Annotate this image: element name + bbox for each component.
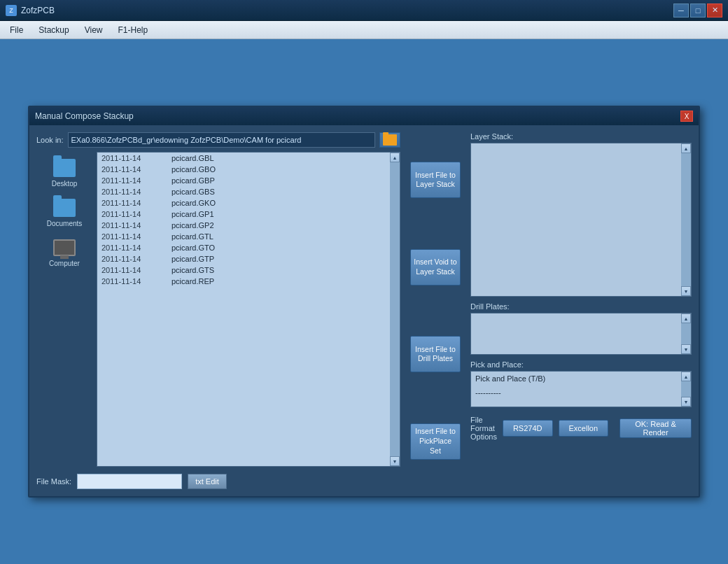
look-in-label: Look in: xyxy=(36,136,64,144)
table-row[interactable]: 2011-11-14pcicard.GKO xyxy=(97,197,390,209)
layer-stack-scroll-down[interactable]: ▼ xyxy=(681,286,691,296)
scrollbar-down-button[interactable]: ▼ xyxy=(390,456,400,466)
table-row[interactable]: 2011-11-14pcicard.GP1 xyxy=(97,209,390,220)
left-panel: Look in: Desktop xyxy=(36,132,400,489)
table-row[interactable]: 2011-11-14pcicard.GTO xyxy=(97,242,390,253)
folder-icon xyxy=(383,134,397,146)
drill-plates-scroll-down[interactable]: ▼ xyxy=(681,344,691,354)
menu-file[interactable]: File xyxy=(3,23,30,37)
table-row[interactable]: 2011-11-14pcicard.GBP xyxy=(97,175,390,186)
file-date: 2011-11-14 xyxy=(102,210,158,218)
drill-plates-scroll-up[interactable]: ▲ xyxy=(681,313,691,323)
dialog-title-bar: Manual Compose Stackup X xyxy=(29,107,699,125)
insert-file-to-drill-plates-button[interactable]: Insert File to Drill Plates xyxy=(410,336,461,372)
insert-void-to-layer-stack-button[interactable]: Insert Void to Layer Stack xyxy=(410,249,461,285)
table-row[interactable]: 2011-11-14pcicard.GTP xyxy=(97,253,390,265)
shortcut-documents[interactable]: Documents xyxy=(36,195,92,230)
middle-buttons: Insert File to Layer Stack Insert Void t… xyxy=(407,132,463,489)
file-name: pcicard.GTS xyxy=(172,266,214,274)
dialog-title-text: Manual Compose Stackup xyxy=(35,111,134,121)
drill-plates-section: Drill Plates: ▲ ▼ xyxy=(470,302,692,355)
table-row[interactable]: 2011-11-14pcicard.GBO xyxy=(97,164,390,175)
drill-plates-listbox: ▲ ▼ xyxy=(470,313,692,355)
file-date: 2011-11-14 xyxy=(102,232,158,241)
scrollbar-up-button[interactable]: ▲ xyxy=(390,153,400,162)
pick-and-place-label: Pick and Place: xyxy=(470,360,692,369)
file-list-scrollbar[interactable]: ▲ ▼ xyxy=(390,153,400,466)
layer-stack-section: Layer Stack: ▲ ▼ xyxy=(470,132,692,297)
table-row[interactable]: 2011-11-14pcicard.GP2 xyxy=(97,220,390,231)
dialog-manual-compose-stackup: Manual Compose Stackup X Look in: xyxy=(28,106,700,498)
layer-stack-scrollbar[interactable]: ▲ ▼ xyxy=(681,143,691,296)
file-date: 2011-11-14 xyxy=(102,266,158,274)
desktop-folder-icon xyxy=(52,157,77,178)
maximize-button[interactable]: □ xyxy=(690,3,706,17)
browse-button[interactable] xyxy=(379,132,400,148)
file-date: 2011-11-14 xyxy=(102,199,158,207)
menu-f1help[interactable]: F1-Help xyxy=(111,23,155,37)
menu-bar: File Stackup View F1-Help xyxy=(0,21,728,39)
shortcut-computer[interactable]: Computer xyxy=(36,234,92,270)
dialog-body: Look in: Desktop xyxy=(29,125,699,496)
scrollbar-track xyxy=(390,162,400,456)
file-name: pcicard.GBO xyxy=(172,165,216,174)
insert-file-to-layer-stack-button[interactable]: Insert File to Layer Stack xyxy=(410,162,461,198)
ok-read-render-button[interactable]: OK: Read & Render xyxy=(620,418,692,438)
table-row[interactable]: 2011-11-14pcicard.GBS xyxy=(97,186,390,197)
file-name: pcicard.GP1 xyxy=(172,210,214,218)
table-row[interactable]: 2011-11-14pcicard.REP xyxy=(97,276,390,287)
file-date: 2011-11-14 xyxy=(102,255,158,263)
file-name: pcicard.GP2 xyxy=(172,221,214,230)
table-row[interactable]: 2011-11-14pcicard.GTL xyxy=(97,231,390,242)
rs274d-button[interactable]: RS274D xyxy=(503,420,553,437)
menu-view[interactable]: View xyxy=(78,23,110,37)
file-mask-row: File Mask: txt Edit xyxy=(36,474,400,489)
pick-place-scroll-track xyxy=(681,381,691,397)
look-in-row: Look in: xyxy=(36,132,400,148)
layer-stack-scroll-up[interactable]: ▲ xyxy=(681,143,691,153)
excellon-button[interactable]: Excellon xyxy=(559,420,609,437)
pick-place-scroll-down[interactable]: ▼ xyxy=(681,397,691,407)
table-row[interactable]: 2011-11-14pcicard.GBL xyxy=(97,153,390,164)
file-date: 2011-11-14 xyxy=(102,277,158,285)
layer-stack-listbox: ▲ ▼ xyxy=(470,143,692,297)
file-format-label: File Format Options xyxy=(470,416,497,441)
file-name: pcicard.GBS xyxy=(172,188,215,196)
documents-folder-icon xyxy=(52,197,77,218)
insert-file-to-pickplace-button[interactable]: Insert File to PickPlace Set xyxy=(410,423,461,460)
app-title: ZofzPCB xyxy=(21,6,55,15)
drill-plates-label: Drill Plates: xyxy=(470,302,692,311)
pick-place-scroll-up[interactable]: ▲ xyxy=(681,372,691,381)
file-browser-area: Desktop Documents Computer xyxy=(36,152,400,467)
shortcut-desktop-label: Desktop xyxy=(52,180,78,188)
file-format-group: File Format Options RS274D Excellon xyxy=(470,416,608,441)
computer-icon xyxy=(52,237,77,258)
file-mask-input[interactable] xyxy=(77,474,182,489)
drill-plates-scrollbar[interactable]: ▲ ▼ xyxy=(681,313,691,354)
pick-place-scrollbar[interactable]: ▲ ▼ xyxy=(681,372,691,407)
menu-stackup[interactable]: Stackup xyxy=(31,23,76,37)
file-date: 2011-11-14 xyxy=(102,221,158,230)
file-name: pcicard.GTP xyxy=(172,255,214,263)
file-name: pcicard.GKO xyxy=(172,199,216,207)
file-date: 2011-11-14 xyxy=(102,154,158,162)
look-in-input[interactable] xyxy=(68,132,375,148)
pick-place-item-2[interactable]: ---------- xyxy=(471,386,681,400)
file-name: pcicard.GBL xyxy=(172,154,214,162)
table-row[interactable]: 2011-11-14pcicard.GTS xyxy=(97,265,390,276)
layer-stack-scroll-track xyxy=(681,153,691,286)
txt-edit-button[interactable]: txt Edit xyxy=(188,474,227,489)
window-close-button[interactable]: ✕ xyxy=(707,3,722,17)
shortcut-documents-label: Documents xyxy=(47,220,83,227)
title-bar-left: Z ZofzPCB xyxy=(6,5,55,16)
minimize-button[interactable]: ─ xyxy=(673,3,689,17)
bottom-controls: File Format Options RS274D Excellon OK: … xyxy=(470,416,692,441)
shortcut-desktop[interactable]: Desktop xyxy=(36,155,92,190)
dialog-close-button[interactable]: X xyxy=(680,111,693,122)
pick-place-item-1[interactable]: Pick and Place (T/B) xyxy=(471,372,681,386)
file-name: pcicard.GBP xyxy=(172,176,215,185)
main-area: Manual Compose Stackup X Look in: xyxy=(0,39,728,564)
shortcut-computer-label: Computer xyxy=(49,260,80,267)
file-date: 2011-11-14 xyxy=(102,176,158,185)
file-date: 2011-11-14 xyxy=(102,244,158,252)
